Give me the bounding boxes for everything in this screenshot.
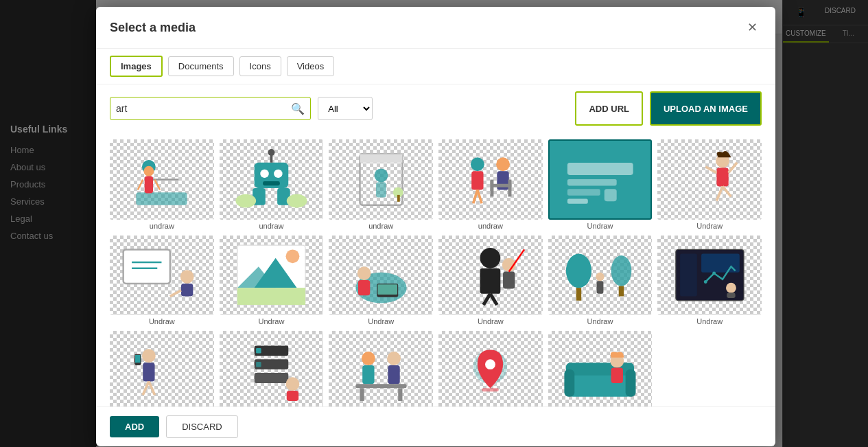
svg-rect-44 (124, 250, 170, 284)
svg-rect-33 (567, 163, 633, 175)
svg-point-10 (274, 169, 282, 177)
image-thumb (548, 331, 653, 406)
svg-line-7 (155, 179, 160, 190)
tab-documents[interactable]: Documents (168, 56, 234, 76)
svg-rect-23 (397, 195, 400, 202)
discard-button[interactable]: DISCARD (166, 415, 238, 438)
list-item[interactable]: Undraw (657, 236, 762, 326)
svg-rect-92 (287, 391, 298, 401)
svg-line-85 (149, 382, 155, 396)
svg-rect-61 (480, 268, 501, 294)
image-thumb (329, 139, 433, 220)
list-item[interactable]: Undraw (110, 331, 214, 406)
svg-point-69 (611, 255, 632, 286)
images-grid: undraw (110, 139, 762, 406)
list-item[interactable]: Undraw (548, 331, 653, 406)
tab-images[interactable]: Images (110, 56, 163, 77)
image-thumb (110, 236, 214, 316)
svg-rect-90 (255, 373, 289, 383)
list-item[interactable]: Undraw (438, 236, 543, 326)
search-icon: 🔍 (291, 102, 305, 115)
tab-icons[interactable]: Icons (239, 56, 281, 76)
upload-image-button[interactable]: UPLOAD AN IMAGE (650, 91, 762, 126)
svg-point-80 (142, 349, 156, 363)
svg-rect-39 (716, 168, 728, 186)
svg-line-6 (138, 179, 143, 190)
svg-rect-104 (566, 363, 634, 376)
image-label: undraw (150, 222, 174, 230)
svg-line-63 (491, 294, 497, 305)
svg-rect-57 (358, 280, 370, 295)
list-item[interactable]: undraw (110, 139, 214, 230)
svg-rect-5 (145, 176, 153, 193)
modal-header: Select a media ✕ (96, 7, 775, 49)
image-label: Undraw (259, 317, 285, 325)
list-item[interactable]: undraw (220, 139, 324, 230)
svg-line-40 (705, 167, 716, 173)
svg-rect-98 (360, 388, 364, 401)
image-thumb (220, 236, 324, 316)
svg-point-47 (180, 271, 194, 284)
svg-point-16 (235, 194, 256, 207)
list-item[interactable]: undraw (329, 139, 433, 230)
search-input[interactable] (116, 103, 291, 114)
tab-videos[interactable]: Videos (287, 56, 335, 76)
list-item[interactable]: Undraw (329, 331, 433, 406)
image-label: undraw (259, 222, 283, 230)
toolbar-row: 🔍 All Mine Free ADD URL UPLOAD AN IMAGE (96, 84, 775, 133)
svg-line-41 (728, 163, 736, 173)
image-label: Undraw (149, 317, 175, 325)
image-label: Undraw (587, 317, 613, 325)
list-item[interactable]: Undraw (438, 331, 543, 406)
image-thumb (220, 139, 324, 220)
image-thumb (329, 236, 433, 316)
list-item[interactable]: Undraw (110, 236, 214, 326)
list-item[interactable]: Undraw (548, 236, 653, 326)
svg-rect-65 (503, 272, 515, 289)
svg-rect-27 (491, 179, 494, 196)
image-thumb (110, 331, 214, 406)
image-label: Undraw (696, 317, 723, 325)
list-item[interactable]: Undraw (548, 139, 653, 230)
svg-rect-59 (377, 285, 397, 295)
svg-rect-68 (576, 288, 581, 301)
svg-rect-30 (472, 171, 484, 190)
svg-point-67 (566, 254, 591, 288)
filter-select[interactable]: All Mine Free (318, 97, 373, 120)
svg-point-17 (287, 194, 307, 207)
close-button[interactable]: ✕ (742, 18, 762, 37)
image-thumb (657, 139, 762, 220)
svg-rect-81 (143, 363, 155, 381)
select-media-modal: Select a media ✕ Images Documents Icons … (96, 7, 775, 446)
add-url-button[interactable]: ADD URL (575, 91, 643, 126)
svg-rect-35 (567, 190, 600, 196)
modal-title: Select a media (110, 21, 196, 35)
list-item[interactable]: Undraw (220, 331, 324, 406)
image-thumb (657, 236, 762, 316)
svg-rect-19 (360, 154, 402, 162)
image-label: undraw (478, 222, 503, 230)
svg-line-49 (170, 290, 181, 297)
svg-rect-48 (181, 284, 193, 297)
svg-point-24 (497, 157, 511, 171)
image-thumb (438, 331, 543, 406)
list-item[interactable]: undraw (438, 139, 543, 230)
list-item[interactable]: Undraw (220, 236, 324, 326)
svg-rect-108 (611, 368, 623, 383)
images-container[interactable]: undraw (96, 133, 775, 406)
svg-rect-99 (398, 388, 402, 401)
image-thumb (548, 236, 653, 316)
svg-point-29 (471, 157, 484, 171)
list-item[interactable]: Undraw (329, 236, 433, 326)
svg-rect-105 (564, 369, 574, 397)
svg-rect-96 (388, 365, 399, 384)
svg-point-101 (485, 359, 495, 369)
svg-rect-94 (362, 365, 374, 384)
image-thumb (438, 139, 543, 220)
svg-point-91 (286, 377, 300, 391)
modal-footer: ADD DISCARD (96, 406, 775, 446)
svg-point-15 (268, 149, 275, 156)
svg-point-77 (712, 272, 716, 275)
add-button[interactable]: ADD (110, 416, 159, 437)
list-item[interactable]: Undraw (657, 139, 762, 230)
